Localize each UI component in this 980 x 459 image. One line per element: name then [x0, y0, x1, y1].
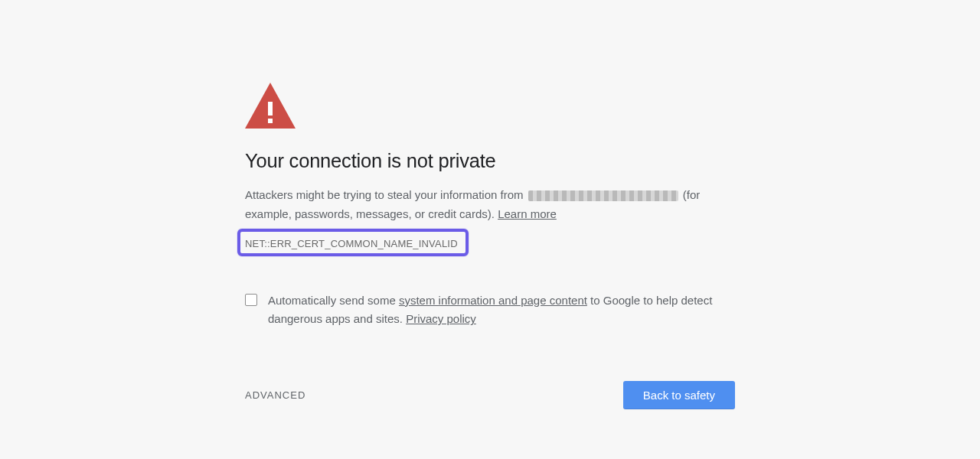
- opt-in-before: Automatically send some: [268, 294, 399, 307]
- redacted-hostname: [528, 190, 678, 201]
- desc-prefix: Attackers might be trying to steal your …: [245, 188, 527, 201]
- interstitial-content: Your connection is not private Attackers…: [245, 0, 735, 409]
- opt-in-text: Automatically send some system informati…: [268, 291, 735, 330]
- button-row: ADVANCED Back to safety: [245, 381, 735, 409]
- system-info-link[interactable]: system information and page content: [399, 294, 587, 307]
- svg-rect-1: [268, 102, 273, 116]
- privacy-policy-link[interactable]: Privacy policy: [406, 312, 476, 325]
- back-to-safety-button[interactable]: Back to safety: [623, 381, 735, 409]
- learn-more-link[interactable]: Learn more: [498, 207, 557, 220]
- page-heading: Your connection is not private: [245, 150, 735, 172]
- advanced-button[interactable]: ADVANCED: [245, 389, 305, 401]
- error-code-highlight: NET::ERR_CERT_COMMON_NAME_INVALID: [237, 229, 469, 256]
- opt-in-checkbox[interactable]: [245, 294, 257, 306]
- warning-triangle-icon: [245, 83, 735, 129]
- svg-rect-2: [268, 119, 273, 123]
- opt-in-row: Automatically send some system informati…: [245, 291, 735, 330]
- warning-description: Attackers might be trying to steal your …: [245, 186, 735, 224]
- error-code: NET::ERR_CERT_COMMON_NAME_INVALID: [245, 238, 458, 249]
